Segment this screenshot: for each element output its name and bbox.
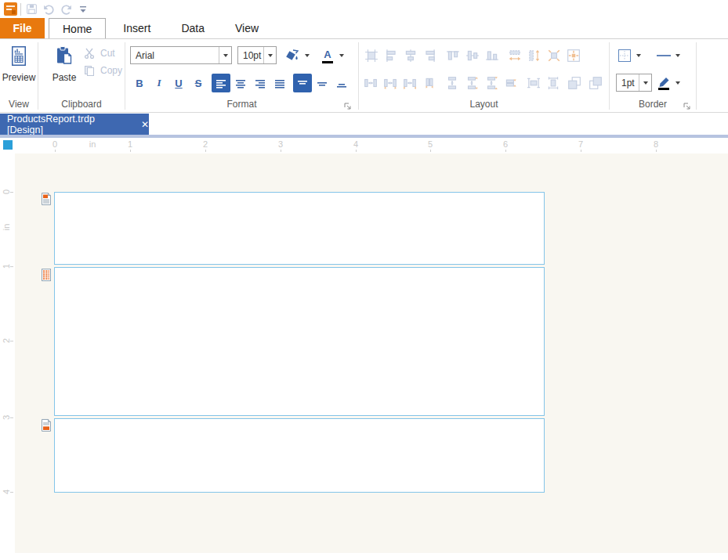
- italic-button[interactable]: I: [150, 74, 168, 92]
- align-justify-icon[interactable]: [270, 74, 289, 92]
- remove-vertical-spacing-icon[interactable]: [502, 74, 520, 92]
- ribbon-tabs-row: File Home Insert Data View: [0, 18, 728, 38]
- line-style-dropdown-icon[interactable]: [672, 46, 683, 65]
- ruler-origin-square: [3, 140, 13, 150]
- vertical-ruler-unit: in: [2, 222, 11, 233]
- align-lefts-icon[interactable]: [382, 47, 400, 64]
- equal-horizontal-spacing-icon[interactable]: [362, 74, 379, 92]
- background-color-dropdown-icon[interactable]: [302, 46, 313, 65]
- align-rights-icon[interactable]: [422, 47, 439, 64]
- fit-height-to-container-icon[interactable]: [545, 74, 562, 92]
- strikethrough-button[interactable]: S: [189, 74, 208, 92]
- customize-quick-access-icon[interactable]: [74, 2, 92, 17]
- horizontal-ruler-mark: 1: [128, 139, 132, 149]
- align-middles-icon[interactable]: [464, 47, 481, 64]
- align-bottoms-icon[interactable]: [484, 47, 501, 64]
- document-tab[interactable]: ProductsReport.trdp [Design] ✕: [0, 114, 149, 135]
- design-canvas[interactable]: [15, 154, 728, 553]
- format-dialog-launcher-icon[interactable]: [344, 99, 353, 109]
- decrease-horizontal-spacing-icon[interactable]: [401, 74, 418, 92]
- undo-icon[interactable]: [40, 2, 57, 17]
- paste-icon: [55, 45, 74, 70]
- borders-dropdown-icon[interactable]: [633, 46, 644, 65]
- make-same-size-icon[interactable]: [545, 47, 563, 64]
- ruler-tick: [656, 150, 657, 152]
- border-color-button[interactable]: [655, 74, 683, 92]
- remove-horizontal-spacing-icon[interactable]: [421, 74, 438, 92]
- align-centers-icon[interactable]: [402, 47, 419, 64]
- page-header-section[interactable]: [54, 192, 545, 265]
- font-color-dropdown-icon[interactable]: [336, 46, 347, 65]
- make-same-width-icon[interactable]: [506, 47, 523, 64]
- tab-insert[interactable]: Insert: [110, 18, 164, 38]
- ruler-tick: [356, 150, 357, 152]
- increase-horizontal-spacing-icon[interactable]: [382, 74, 399, 92]
- decrease-vertical-spacing-icon[interactable]: [483, 74, 500, 92]
- border-dialog-launcher-icon[interactable]: [683, 99, 693, 109]
- bring-to-front-icon[interactable]: [566, 74, 583, 92]
- font-name-dropdown-icon[interactable]: [219, 47, 231, 63]
- increase-vertical-spacing-icon[interactable]: [463, 74, 480, 92]
- align-center-icon[interactable]: [231, 74, 250, 92]
- snap-to-grid-icon[interactable]: [363, 47, 380, 64]
- align-middle-icon[interactable]: [313, 74, 331, 92]
- background-color-button[interactable]: [284, 46, 313, 65]
- ribbon: Preview View Paste Cut Copy Clipboard A: [0, 38, 728, 113]
- copy-label: Copy: [100, 65, 122, 76]
- bold-button[interactable]: B: [130, 74, 149, 92]
- page-footer-section[interactable]: [54, 418, 545, 493]
- font-size-combobox[interactable]: 10pt: [237, 46, 277, 64]
- ruler-tick: [10, 341, 13, 341]
- borders-icon: [616, 46, 633, 65]
- tab-data[interactable]: Data: [168, 18, 218, 38]
- horizontal-ruler: 0in12345678: [0, 138, 728, 154]
- font-color-button[interactable]: A: [319, 46, 347, 65]
- align-left-icon[interactable]: [212, 74, 230, 92]
- send-to-back-icon[interactable]: [587, 74, 604, 92]
- borders-button[interactable]: [616, 46, 644, 65]
- align-right-icon[interactable]: [251, 74, 270, 92]
- preview-button[interactable]: Preview: [2, 43, 35, 95]
- border-width-combobox[interactable]: 1pt: [616, 74, 652, 92]
- layout-group: Layout: [359, 39, 609, 112]
- line-style-button[interactable]: [655, 46, 683, 65]
- ruler-tick: [10, 266, 13, 267]
- font-size-value: 10pt: [238, 50, 263, 61]
- detail-section[interactable]: [54, 267, 545, 416]
- underline-button[interactable]: U: [169, 74, 188, 92]
- quick-access-toolbar: [0, 0, 728, 18]
- vertical-ruler: 0in1234: [0, 154, 15, 553]
- align-top-icon[interactable]: [293, 74, 312, 92]
- border-width-dropdown-icon[interactable]: [639, 74, 651, 91]
- redo-icon[interactable]: [57, 2, 74, 17]
- paste-button[interactable]: Paste: [48, 43, 81, 95]
- preview-icon: [9, 45, 29, 70]
- align-bottom-icon[interactable]: [332, 74, 351, 92]
- make-same-height-icon[interactable]: [526, 47, 543, 64]
- cut-button[interactable]: Cut: [83, 45, 115, 61]
- tab-view[interactable]: View: [222, 18, 272, 38]
- tab-home[interactable]: Home: [49, 18, 106, 38]
- file-tab[interactable]: File: [0, 18, 45, 38]
- horizontal-ruler-mark: 5: [428, 139, 433, 149]
- font-name-combobox[interactable]: Arial: [130, 46, 232, 64]
- ruler-tick: [10, 417, 13, 418]
- center-in-form-icon[interactable]: [565, 47, 582, 64]
- copy-button[interactable]: Copy: [83, 63, 122, 78]
- border-group: 1pt Border: [610, 39, 696, 112]
- horizontal-ruler-unit: in: [89, 139, 96, 149]
- page-footer-section-icon[interactable]: [41, 418, 52, 432]
- copy-icon: [83, 64, 97, 77]
- page-header-section-icon[interactable]: [41, 192, 52, 206]
- fit-width-to-container-icon[interactable]: [525, 74, 542, 92]
- cut-icon: [83, 47, 97, 60]
- app-icon[interactable]: [2, 2, 19, 17]
- close-icon[interactable]: ✕: [141, 119, 149, 130]
- align-tops-icon[interactable]: [444, 47, 462, 64]
- bottom-strip: [0, 553, 728, 560]
- border-color-dropdown-icon[interactable]: [672, 74, 683, 92]
- save-icon[interactable]: [23, 2, 40, 17]
- detail-section-icon[interactable]: [41, 268, 52, 282]
- font-size-dropdown-icon[interactable]: [263, 47, 276, 63]
- equal-vertical-spacing-icon[interactable]: [444, 74, 461, 92]
